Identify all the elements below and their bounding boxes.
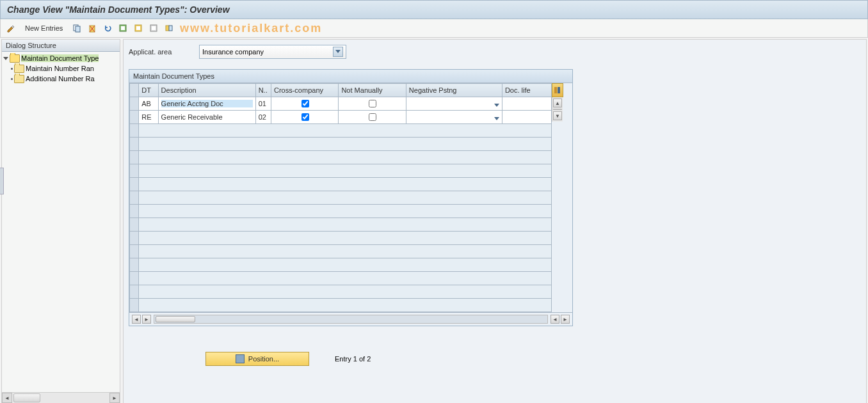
cell-dt[interactable] — [139, 97, 158, 111]
cell-n[interactable] — [255, 97, 271, 111]
tree-label: Additional Number Ra — [26, 75, 95, 83]
scroll-right-icon[interactable]: ► — [142, 315, 151, 324]
tree-item-maintain-number-ran[interactable]: Maintain Number Ran — [2, 63, 120, 74]
entry-status: Entry 1 of 2 — [335, 355, 371, 363]
deselect-all-icon[interactable] — [147, 22, 160, 35]
dt-input[interactable] — [141, 100, 155, 107]
table-row-empty — [130, 138, 552, 151]
grid-panel: Maintain Document Types DT Description N… — [129, 69, 573, 326]
col-description[interactable]: Description — [158, 84, 255, 97]
delete-icon[interactable] — [86, 22, 99, 35]
toolbar: New Entries www.tutorialkart.com — [0, 19, 868, 38]
dt-input[interactable] — [141, 113, 155, 121]
scroll-down-icon[interactable]: ▼ — [553, 111, 562, 120]
scroll-right-end-icon[interactable]: ► — [561, 315, 570, 324]
scroll-thumb[interactable] — [156, 316, 195, 322]
table-row-empty — [130, 205, 552, 218]
table-row-empty — [130, 124, 552, 138]
svg-rect-11 — [166, 26, 169, 31]
body: Dialog Structure Maintain Document Type … — [0, 38, 868, 403]
cell-description[interactable] — [158, 111, 255, 124]
expand-icon[interactable] — [3, 57, 8, 60]
cell-negative-pstng[interactable] — [406, 97, 502, 111]
not-manually-checkbox[interactable] — [369, 113, 376, 121]
table-hscroll[interactable]: ◄ ► ◄ ► — [129, 312, 572, 326]
scroll-left-icon[interactable]: ◄ — [132, 315, 141, 324]
row-selector[interactable] — [130, 111, 139, 124]
col-dt[interactable]: DT — [139, 84, 158, 97]
table-row-empty — [130, 272, 552, 285]
scroll-up-icon[interactable]: ▲ — [553, 99, 562, 107]
col-n[interactable]: N.. — [255, 84, 271, 97]
configure-icon[interactable] — [163, 22, 175, 35]
table-row-empty — [130, 191, 552, 205]
folder-icon — [14, 75, 24, 83]
copy-icon[interactable] — [70, 22, 83, 35]
cross-company-checkbox[interactable] — [301, 113, 309, 121]
applicat-area-row: Applicat. area Insurance company — [129, 45, 861, 59]
svg-rect-14 — [558, 87, 560, 93]
cell-doc-life[interactable] — [502, 97, 551, 111]
description-input[interactable] — [161, 113, 253, 121]
doc-types-table: DT Description N.. Cross-company Not Man… — [129, 83, 552, 312]
cell-description[interactable] — [158, 97, 255, 111]
tree-label: Maintain Document Type — [21, 54, 99, 62]
sidebar-hscroll[interactable]: ◄ ► — [2, 392, 120, 403]
chevron-down-icon[interactable] — [494, 117, 499, 120]
cell-not-manually[interactable] — [339, 97, 406, 111]
col-cross-company[interactable]: Cross-company — [271, 84, 338, 97]
tree-item-additional-number-ra[interactable]: Additional Number Ra — [2, 74, 120, 84]
svg-rect-8 — [136, 26, 140, 30]
tree: Maintain Document Type Maintain Number R… — [2, 52, 120, 403]
scroll-left-icon[interactable]: ◄ — [2, 393, 12, 403]
table-row-empty — [130, 218, 552, 232]
table-row — [130, 111, 552, 124]
bullet-icon — [11, 78, 13, 80]
select-all-icon[interactable] — [117, 22, 129, 35]
col-not-manually[interactable]: Not Manually — [339, 84, 406, 97]
folder-open-icon — [10, 54, 20, 63]
scroll-left-end-icon[interactable]: ◄ — [551, 315, 559, 324]
applicat-area-dropdown[interactable]: Insurance company — [199, 45, 346, 59]
footer: Position... Entry 1 of 2 — [129, 352, 861, 366]
scroll-right-icon[interactable]: ► — [109, 393, 120, 403]
chevron-down-icon[interactable] — [494, 104, 499, 107]
undo-icon[interactable] — [101, 22, 114, 35]
grid-wrap: DT Description N.. Cross-company Not Man… — [129, 83, 572, 312]
description-input[interactable] — [161, 100, 253, 107]
tree-label: Maintain Number Ran — [26, 65, 94, 72]
n-input[interactable] — [259, 100, 268, 107]
scroll-thumb[interactable] — [13, 393, 40, 402]
position-label: Position... — [248, 355, 279, 363]
toggle-edit-icon[interactable] — [4, 22, 17, 35]
cell-negative-pstng[interactable] — [406, 111, 502, 124]
splitter-handle[interactable] — [0, 168, 4, 194]
tree-item-maintain-doc-types[interactable]: Maintain Document Type — [2, 53, 120, 63]
scroll-track[interactable] — [154, 315, 548, 324]
n-input[interactable] — [259, 113, 268, 121]
col-doc-life[interactable]: Doc. life — [502, 84, 551, 97]
applicat-area-label: Applicat. area — [129, 48, 186, 56]
table-header-row: DT Description N.. Cross-company Not Man… — [130, 84, 552, 97]
chevron-down-icon[interactable] — [333, 47, 343, 57]
cell-n[interactable] — [255, 111, 271, 124]
table-row-empty — [130, 245, 552, 258]
col-negative-pstng[interactable]: Negative Pstng — [406, 84, 502, 97]
scroll-track[interactable] — [553, 109, 562, 110]
new-entries-button[interactable]: New Entries — [20, 22, 68, 34]
cell-dt[interactable] — [139, 111, 158, 124]
row-selector[interactable] — [130, 97, 139, 111]
cross-company-checkbox[interactable] — [301, 100, 309, 107]
select-all-header[interactable] — [130, 84, 139, 97]
table-config-icon[interactable] — [552, 83, 563, 97]
not-manually-checkbox[interactable] — [369, 100, 376, 107]
cell-cross-company[interactable] — [271, 111, 338, 124]
svg-rect-10 — [152, 26, 156, 30]
select-block-icon[interactable] — [132, 22, 145, 35]
table-vscroll[interactable]: ▲ ▼ — [552, 97, 563, 122]
cell-doc-life[interactable] — [502, 111, 551, 124]
cell-not-manually[interactable] — [339, 111, 406, 124]
svg-rect-13 — [554, 87, 557, 93]
cell-cross-company[interactable] — [271, 97, 338, 111]
position-button[interactable]: Position... — [205, 352, 309, 366]
